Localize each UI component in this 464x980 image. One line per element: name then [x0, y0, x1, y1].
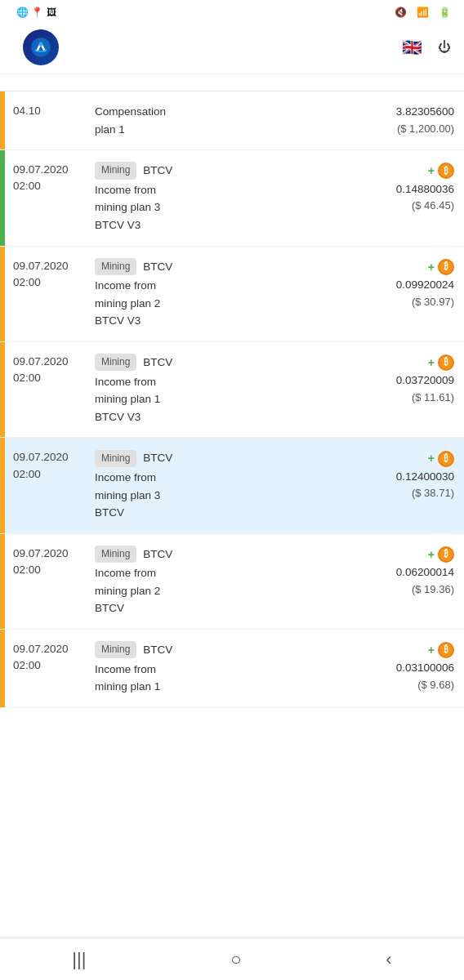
bottom-nav: ||| ○ ‹	[0, 938, 464, 980]
transaction-date: 09.07.2020 02:00	[13, 641, 87, 675]
transaction-date: 09.07.2020 02:00	[13, 546, 87, 579]
crypto-label: BTCV	[143, 354, 172, 372]
mining-badge: Mining	[95, 450, 136, 467]
status-left: 🌐 📍 🖼	[13, 7, 56, 18]
btc-icon: ₿	[438, 163, 454, 179]
transaction-date: 09.07.2020 02:00	[13, 354, 87, 387]
transaction-row: 09.07.2020 02:00MiningBTCVIncome from mi…	[0, 630, 464, 708]
logo-icon	[23, 29, 59, 65]
transaction-row: 04.10Compensation plan 13.82305600($ 1,2…	[0, 91, 464, 150]
transaction-amount: +₿0.03720009($ 11.61)	[364, 354, 454, 407]
amount-usd: ($ 19.36)	[412, 581, 454, 599]
transaction-description: MiningBTCVIncome from mining plan 1	[95, 641, 356, 696]
logo-container	[23, 29, 65, 65]
nav-home-button[interactable]: ○	[214, 942, 257, 977]
transaction-description: MiningBTCVIncome from mining plan 1 BTCV…	[95, 354, 356, 425]
amount-value: 0.12400030	[396, 468, 454, 486]
amount-usd: ($ 30.97)	[412, 294, 454, 311]
status-icons: 🌐 📍 🖼	[16, 7, 56, 18]
amount-value: 0.14880036	[396, 180, 454, 198]
transaction-desc-text: Income from mining plan 3 BTCV V3	[95, 181, 356, 234]
transaction-description: Compensation plan 1	[95, 103, 356, 138]
transaction-amount: +₿0.03100006($ 9.68)	[364, 641, 454, 694]
logo-svg	[30, 37, 51, 58]
logout-button[interactable]: ⏻	[435, 40, 451, 55]
amount-usd: ($ 9.68)	[417, 677, 454, 694]
transaction-row: 09.07.2020 02:00MiningBTCVIncome from mi…	[0, 342, 464, 438]
transaction-desc-text: Income from mining plan 3 BTCV	[95, 469, 356, 522]
transaction-desc-text: Income from mining plan 2 BTCV V3	[95, 277, 356, 330]
transaction-date: 09.07.2020 02:00	[13, 162, 87, 195]
amount-value: 0.09920024	[396, 276, 454, 294]
signal-bars: 📶	[417, 7, 429, 18]
header-right: 🇬🇧 ⏻	[399, 38, 451, 56]
transaction-description: MiningBTCVIncome from mining plan 2 BTCV	[95, 546, 356, 617]
transaction-desc-text: Income from mining plan 1 BTCV V3	[95, 373, 356, 426]
btc-icon: ₿	[438, 546, 454, 563]
crypto-label: BTCV	[143, 162, 172, 180]
plus-sign: +	[428, 641, 435, 659]
btc-icon: ₿	[438, 259, 454, 275]
app-header: 🇬🇧 ⏻	[0, 21, 464, 74]
amount-usd: ($ 1,200.00)	[397, 121, 454, 138]
mining-badge: Mining	[95, 546, 136, 563]
transaction-date: 04.10	[13, 103, 87, 119]
amount-value: 0.03720009	[396, 372, 454, 390]
svg-point-1	[39, 42, 43, 47]
transaction-row: 09.07.2020 02:00MiningBTCVIncome from mi…	[0, 150, 464, 246]
transaction-desc-text: Income from mining plan 2 BTCV	[95, 564, 356, 617]
crypto-label: BTCV	[143, 546, 172, 564]
battery-icon: 🔋	[439, 7, 451, 18]
transaction-desc-text: Income from mining plan 1	[95, 661, 356, 696]
nav-back-button[interactable]: ‹	[369, 942, 408, 977]
transaction-amount: +₿0.14880036($ 46.45)	[364, 162, 454, 215]
amount-value: 0.06200014	[396, 564, 454, 581]
btc-icon: ₿	[438, 451, 454, 467]
plus-sign: +	[428, 546, 435, 564]
crypto-label: BTCV	[143, 258, 172, 276]
amount-usd: ($ 11.61)	[412, 390, 454, 407]
btc-icon: ₿	[438, 354, 454, 371]
amount-usd: ($ 46.45)	[412, 198, 454, 215]
plus-sign: +	[428, 354, 435, 372]
transaction-date: 09.07.2020 02:00	[13, 258, 87, 292]
transaction-description: MiningBTCVIncome from mining plan 3 BTCV…	[95, 162, 356, 234]
amount-value: 0.03100006	[396, 659, 454, 677]
transaction-amount: 3.82305600($ 1,200.00)	[364, 103, 454, 137]
crypto-label: BTCV	[143, 641, 172, 659]
power-icon: ⏻	[438, 40, 451, 55]
transaction-row: 09.07.2020 02:00MiningBTCVIncome from mi…	[0, 247, 464, 342]
transaction-row: 09.07.2020 02:00MiningBTCVIncome from mi…	[0, 534, 464, 630]
svg-point-0	[31, 38, 51, 57]
mining-badge: Mining	[95, 258, 136, 275]
mute-icon: 🔇	[395, 7, 407, 18]
transaction-description: MiningBTCVIncome from mining plan 3 BTCV	[95, 449, 356, 521]
header-left	[13, 29, 65, 65]
transaction-description: MiningBTCVIncome from mining plan 2 BTCV…	[95, 258, 356, 330]
amount-value: 3.82305600	[396, 103, 454, 121]
plus-sign: +	[428, 162, 435, 180]
mining-badge: Mining	[95, 641, 136, 658]
amount-usd: ($ 38.71)	[412, 485, 454, 502]
mining-badge: Mining	[95, 354, 136, 371]
transaction-date: 09.07.2020 02:00	[13, 449, 87, 483]
plus-sign: +	[428, 258, 435, 276]
transaction-amount: +₿0.12400030($ 38.71)	[364, 449, 454, 502]
payout-banner	[0, 74, 464, 91]
transaction-row: 09.07.2020 02:00MiningBTCVIncome from mi…	[0, 438, 464, 533]
status-right: 🔇 📶 🔋	[395, 7, 451, 18]
plus-sign: +	[428, 449, 435, 467]
btc-icon: ₿	[438, 642, 454, 658]
transaction-amount: +₿0.09920024($ 30.97)	[364, 258, 454, 311]
crypto-label: BTCV	[143, 449, 172, 467]
mining-badge: Mining	[95, 162, 136, 179]
status-bar: 🌐 📍 🖼 🔇 📶 🔋	[0, 0, 464, 21]
language-flag[interactable]: 🇬🇧	[399, 38, 425, 56]
transaction-list: 04.10Compensation plan 13.82305600($ 1,2…	[0, 91, 464, 708]
transaction-amount: +₿0.06200014($ 19.36)	[364, 546, 454, 599]
nav-menu-button[interactable]: |||	[56, 942, 102, 977]
transaction-desc-text: Compensation plan 1	[95, 103, 356, 138]
